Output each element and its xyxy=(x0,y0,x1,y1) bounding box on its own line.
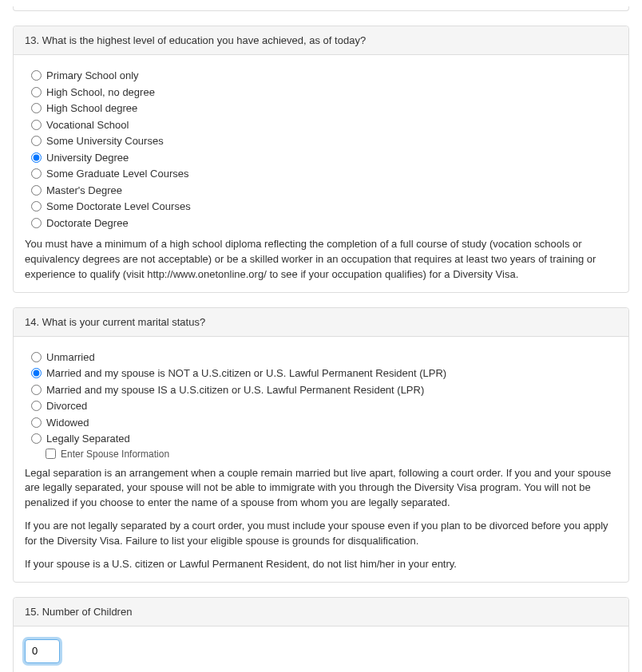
education-option-label: University Degree xyxy=(46,150,129,166)
children-count-input[interactable] xyxy=(25,639,60,663)
spouse-info-checkbox-row[interactable]: Enter Spouse Information xyxy=(46,449,617,460)
question-14-title: 14. What is your current marital status? xyxy=(14,308,628,337)
education-option-label: Some University Courses xyxy=(46,133,164,149)
education-radio[interactable] xyxy=(31,136,42,146)
marital-radio-group: Unmarried Married and my spouse is NOT a… xyxy=(31,350,617,460)
marital-option-legally-separated[interactable]: Legally Separated xyxy=(31,431,617,447)
education-radio[interactable] xyxy=(31,120,42,130)
education-option-some-doctorate[interactable]: Some Doctorate Level Courses xyxy=(31,199,617,215)
education-radio[interactable] xyxy=(31,87,42,97)
marital-radio[interactable] xyxy=(31,368,42,378)
education-option-highschool-no-degree[interactable]: High School, no degree xyxy=(31,85,617,101)
education-option-label: Some Graduate Level Courses xyxy=(46,166,188,182)
education-radio[interactable] xyxy=(31,103,42,113)
marital-option-widowed[interactable]: Widowed xyxy=(31,415,617,431)
education-radio[interactable] xyxy=(31,152,42,163)
education-option-label: High School degree xyxy=(46,101,137,117)
marital-option-label: Married and my spouse IS a U.S.citizen o… xyxy=(46,382,424,398)
question-14-body: Unmarried Married and my spouse is NOT a… xyxy=(14,337,628,582)
education-radio[interactable] xyxy=(31,185,42,196)
education-radio[interactable] xyxy=(31,70,42,81)
marital-radio[interactable] xyxy=(31,433,42,444)
education-option-masters[interactable]: Master's Degree xyxy=(31,183,617,199)
marital-help-text-3: If your spouse is a U.S. citizen or Lawf… xyxy=(25,557,617,572)
education-option-some-graduate[interactable]: Some Graduate Level Courses xyxy=(31,166,617,182)
marital-option-label: Unmarried xyxy=(46,350,95,366)
education-option-label: Doctorate Degree xyxy=(46,215,129,231)
marital-option-married-not-lpr[interactable]: Married and my spouse is NOT a U.S.citiz… xyxy=(31,366,617,381)
marital-option-divorced[interactable]: Divorced xyxy=(31,398,617,414)
marital-option-label: Widowed xyxy=(46,415,89,431)
education-option-label: Some Doctorate Level Courses xyxy=(46,199,191,215)
marital-option-label: Divorced xyxy=(46,398,87,414)
previous-panel-cutoff xyxy=(13,6,629,11)
education-option-primary-school[interactable]: Primary School only xyxy=(31,68,617,84)
spouse-info-checkbox[interactable] xyxy=(46,449,56,459)
education-radio[interactable] xyxy=(31,201,42,211)
marital-help-text-1: Legal separation is an arrangement when … xyxy=(25,466,617,512)
education-option-university-degree[interactable]: University Degree xyxy=(31,150,617,166)
question-15-title: 15. Number of Children xyxy=(14,598,628,627)
marital-option-label: Married and my spouse is NOT a U.S.citiz… xyxy=(46,366,446,381)
marital-option-label: Legally Separated xyxy=(46,431,130,447)
question-13-body: Primary School only High School, no degr… xyxy=(14,55,628,292)
question-15-body: Children include all biological children… xyxy=(14,627,628,672)
question-13-title: 13. What is the highest level of educati… xyxy=(14,26,628,55)
education-option-label: Primary School only xyxy=(46,68,139,84)
education-option-highschool-degree[interactable]: High School degree xyxy=(31,101,617,117)
education-option-label: Master's Degree xyxy=(46,183,122,199)
education-radio-group: Primary School only High School, no degr… xyxy=(31,68,617,231)
education-option-label: High School, no degree xyxy=(46,85,155,101)
question-15-panel: 15. Number of Children Children include … xyxy=(13,597,629,672)
spouse-info-checkbox-label: Enter Spouse Information xyxy=(61,449,169,460)
marital-radio[interactable] xyxy=(31,401,42,411)
education-option-vocational[interactable]: Vocational School xyxy=(31,117,617,133)
education-radio[interactable] xyxy=(31,218,42,228)
education-help-text: You must have a minimum of a high school… xyxy=(25,237,617,283)
marital-help-text-2: If you are not legally separated by a co… xyxy=(25,519,617,549)
education-option-label: Vocational School xyxy=(46,117,129,133)
question-14-panel: 14. What is your current marital status?… xyxy=(13,307,629,583)
question-13-panel: 13. What is the highest level of educati… xyxy=(13,26,629,293)
marital-radio[interactable] xyxy=(31,352,42,362)
marital-radio[interactable] xyxy=(31,417,42,428)
education-option-doctorate[interactable]: Doctorate Degree xyxy=(31,215,617,231)
education-radio[interactable] xyxy=(31,168,42,179)
education-option-some-university[interactable]: Some University Courses xyxy=(31,133,617,149)
marital-radio[interactable] xyxy=(31,385,42,395)
marital-option-married-lpr[interactable]: Married and my spouse IS a U.S.citizen o… xyxy=(31,382,617,398)
marital-option-unmarried[interactable]: Unmarried xyxy=(31,350,617,366)
